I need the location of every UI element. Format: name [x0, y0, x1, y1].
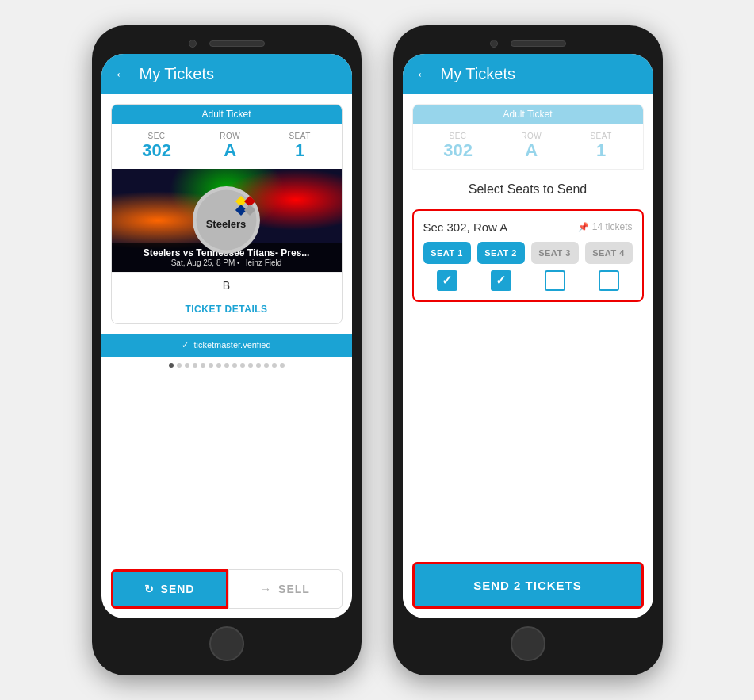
seat-col-1: SEAT 1 — [289, 132, 310, 161]
seat-value-2: 1 — [590, 140, 611, 161]
dot-15 — [280, 363, 285, 368]
seat-checkbox-1[interactable]: ✓ — [437, 270, 457, 291]
send-label: SEND — [161, 583, 195, 595]
svg-text:Steelers: Steelers — [206, 218, 247, 230]
ticket-card-dimmed: Adult Ticket SEC 302 ROW A SEAT 1 — [412, 104, 644, 170]
back-button-1[interactable]: ← — [114, 65, 130, 83]
seats-count: 📌 14 tickets — [578, 221, 633, 232]
seats-section: Sec 302, Row A 📌 14 tickets SEAT 1 ✓ — [412, 209, 644, 302]
row-value-1: A — [220, 140, 240, 161]
seat-col-2: SEAT 1 — [590, 132, 611, 161]
row-col-1: ROW A — [220, 132, 240, 161]
ticket-type-1: Adult Ticket — [112, 105, 342, 124]
ticket-details-link-1[interactable]: TICKET DETAILS — [112, 298, 342, 323]
send-button[interactable]: ↻ SEND — [111, 569, 228, 609]
ticket-seat-info-2: SEC 302 ROW A SEAT 1 — [413, 124, 643, 169]
phone-bottom-bar-1 — [101, 618, 352, 666]
dot-2 — [177, 363, 182, 368]
send-icon: ↻ — [144, 583, 155, 595]
sec-label-1: SEC — [142, 132, 171, 140]
phone-top-bar-1 — [101, 35, 352, 54]
screen-scroll-1: Adult Ticket SEC 302 ROW A SEAT 1 — [101, 94, 352, 569]
seat-item-4: SEAT 4 — [585, 242, 633, 291]
dot-14 — [272, 363, 277, 368]
dot-11 — [248, 363, 253, 368]
dot-8 — [224, 363, 229, 368]
select-seats-title: Select Seats to Send — [403, 170, 653, 209]
checkmark-icon-2: ✓ — [496, 273, 506, 288]
speaker-bar-1 — [209, 40, 265, 47]
seat-label-2: SEAT — [590, 132, 611, 140]
seat-value-1: 1 — [289, 140, 310, 161]
seat-label-1: SEAT — [289, 132, 310, 140]
pin-icon: 📌 — [578, 222, 589, 232]
camera-icon-1 — [189, 40, 197, 48]
dots-pagination-1 — [101, 357, 352, 374]
dot-3 — [185, 363, 189, 368]
verified-banner-1: ✓ ticketmaster.verified — [101, 334, 352, 357]
seat-btn-3[interactable]: SEAT 3 — [531, 242, 579, 264]
sec-value-2: 302 — [443, 140, 473, 161]
checkmark-icon-1: ✓ — [442, 273, 452, 288]
bottom-buttons-1: ↻ SEND → SELL — [101, 569, 352, 618]
sec-label-2: SEC — [443, 132, 473, 140]
sell-icon: → — [260, 583, 272, 595]
phone-top-bar-2 — [403, 35, 653, 54]
seat-checkbox-3[interactable] — [545, 270, 565, 291]
dot-10 — [240, 363, 245, 368]
row-col-2: ROW A — [521, 132, 542, 161]
back-button-2[interactable]: ← — [415, 65, 431, 83]
sell-button[interactable]: → SELL — [228, 569, 343, 609]
event-date-1: Sat, Aug 25, 8 PM • Heinz Field — [118, 258, 335, 267]
sec-col-1: SEC 302 — [142, 132, 171, 161]
seats-count-label: 14 tickets — [592, 221, 633, 232]
ticket-card-1: Adult Ticket SEC 302 ROW A SEAT 1 — [111, 104, 343, 324]
home-button-1[interactable] — [209, 626, 244, 661]
sec-value-1: 302 — [142, 140, 171, 161]
dot-12 — [256, 363, 261, 368]
send-tickets-button[interactable]: SEND 2 TICKETS — [412, 562, 644, 609]
app-header-1: ← My Tickets — [101, 54, 352, 94]
select-seats-sheet: Select Seats to Send Sec 302, Row A 📌 14… — [403, 170, 653, 618]
section-b-1: B — [112, 272, 342, 298]
dot-4 — [193, 363, 197, 368]
speaker-bar-2 — [511, 40, 566, 47]
dot-5 — [201, 363, 205, 368]
camera-icon-2 — [490, 40, 498, 48]
seat-checkbox-2[interactable]: ✓ — [491, 270, 511, 291]
seat-item-2: SEAT 2 ✓ — [477, 242, 525, 291]
verified-icon-1: ✓ — [182, 340, 189, 350]
dot-13 — [264, 363, 269, 368]
page-title-1: My Tickets — [140, 65, 214, 83]
seat-btn-4[interactable]: SEAT 4 — [585, 242, 633, 264]
dot-9 — [232, 363, 237, 368]
dot-7 — [216, 363, 221, 368]
sec-col-2: SEC 302 — [443, 132, 473, 161]
ticket-type-2: Adult Ticket — [413, 105, 643, 124]
row-label-2: ROW — [521, 132, 542, 140]
page-title-2: My Tickets — [441, 65, 515, 83]
seat-item-1: SEAT 1 ✓ — [423, 242, 471, 291]
phone-screen-2: ← My Tickets Adult Ticket SEC 302 ROW A — [403, 54, 653, 618]
ticket-seat-info-1: SEC 302 ROW A SEAT 1 — [112, 124, 342, 169]
dimmed-ticket-2: Adult Ticket SEC 302 ROW A SEAT 1 — [403, 94, 653, 170]
seats-section-header: Sec 302, Row A 📌 14 tickets — [423, 220, 633, 234]
phone-screen-1: ← My Tickets Adult Ticket SEC 302 ROW A — [101, 54, 352, 618]
steelers-logo: Steelers — [193, 186, 260, 254]
seat-item-3: SEAT 3 — [531, 242, 579, 291]
app-header-2: ← My Tickets — [403, 54, 653, 94]
home-button-2[interactable] — [511, 626, 545, 661]
seat-btn-2[interactable]: SEAT 2 — [477, 242, 525, 264]
seats-grid: SEAT 1 ✓ SEAT 2 ✓ SEAT 3 — [423, 242, 633, 291]
dot-active — [169, 363, 174, 368]
row-label-1: ROW — [220, 132, 240, 140]
sell-label: SELL — [278, 583, 310, 595]
seat-checkbox-4[interactable] — [599, 270, 619, 291]
ticket-image-1: Steelers Steelers vs Tennessee Titans- P… — [112, 169, 342, 272]
spacer-2 — [403, 302, 653, 553]
phone-bottom-bar-2 — [403, 618, 653, 666]
row-value-2: A — [521, 140, 542, 161]
phone-1: ← My Tickets Adult Ticket SEC 302 ROW A — [92, 25, 362, 675]
phone-2: ← My Tickets Adult Ticket SEC 302 ROW A — [393, 25, 663, 675]
seat-btn-1[interactable]: SEAT 1 — [423, 242, 471, 264]
